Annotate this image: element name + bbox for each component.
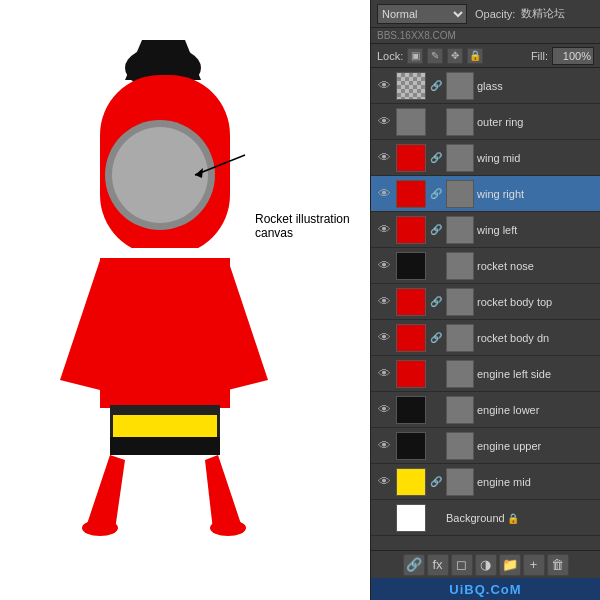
layer-row[interactable]: 👁🔗engine mid xyxy=(371,464,600,500)
layer-name-label: outer ring xyxy=(477,116,596,128)
lock-checkerboard-icon[interactable]: ▣ xyxy=(407,48,423,64)
layer-row[interactable]: 👁🔗wing left xyxy=(371,212,600,248)
layer-thumbnail-mask xyxy=(446,180,474,208)
wing-annotation: Rocket illustration canvas xyxy=(255,212,370,240)
panel-top-bar: NormalDissolveMultiplyScreenOverlaySoft … xyxy=(371,0,600,28)
svg-rect-11 xyxy=(110,437,220,455)
layer-thumbnail-main xyxy=(396,468,426,496)
layer-row[interactable]: 👁rocket nose xyxy=(371,248,600,284)
svg-marker-7 xyxy=(60,260,100,390)
layer-name-label: rocket body dn xyxy=(477,332,596,344)
layer-thumbnail-main xyxy=(396,504,426,532)
layer-link-icon[interactable]: 🔗 xyxy=(429,223,443,237)
svg-point-14 xyxy=(82,520,118,536)
layer-name-label: engine left side xyxy=(477,368,596,380)
link-layers-button[interactable]: 🔗 xyxy=(403,554,425,576)
layer-thumbnail-mask xyxy=(446,72,474,100)
lock-pencil-icon[interactable]: ✎ xyxy=(427,48,443,64)
layer-thumbnail-mask xyxy=(446,108,474,136)
layer-thumbnail-mask xyxy=(446,216,474,244)
layer-link-icon[interactable] xyxy=(429,259,443,273)
eye-visibility-icon[interactable]: 👁 xyxy=(375,293,393,311)
eye-visibility-icon[interactable]: 👁 xyxy=(375,77,393,95)
group-button[interactable]: 📁 xyxy=(499,554,521,576)
eye-visibility-icon[interactable]: 👁 xyxy=(375,149,393,167)
layer-thumbnail-main xyxy=(396,144,426,172)
layer-link-icon[interactable] xyxy=(429,439,443,453)
layer-link-icon[interactable]: 🔗 xyxy=(429,295,443,309)
mask-button[interactable]: ◻ xyxy=(451,554,473,576)
lock-all-icon[interactable]: 🔒 xyxy=(467,48,483,64)
layer-thumbnail-main xyxy=(396,288,426,316)
svg-marker-12 xyxy=(85,455,125,530)
layer-link-icon[interactable] xyxy=(429,115,443,129)
layer-thumbnail-main xyxy=(396,396,426,424)
site-label: BBS.16XX8.COM xyxy=(377,30,456,41)
lock-label: Lock: xyxy=(377,50,403,62)
panel-bottom-bar: 🔗 fx ◻ ◑ 📁 + 🗑 xyxy=(371,550,600,578)
layer-thumbnail-mask xyxy=(446,396,474,424)
layer-link-icon[interactable] xyxy=(429,367,443,381)
new-layer-button[interactable]: + xyxy=(523,554,545,576)
svg-rect-6 xyxy=(100,258,230,408)
svg-marker-13 xyxy=(205,455,243,530)
layer-link-icon[interactable] xyxy=(429,403,443,417)
layer-row[interactable]: 👁🔗rocket body top xyxy=(371,284,600,320)
eye-visibility-icon[interactable]: 👁 xyxy=(375,221,393,239)
delete-layer-button[interactable]: 🗑 xyxy=(547,554,569,576)
layer-name-label: engine lower xyxy=(477,404,596,416)
layer-thumbnail-main xyxy=(396,252,426,280)
eye-visibility-icon[interactable]: 👁 xyxy=(375,185,393,203)
svg-marker-8 xyxy=(228,260,268,390)
eye-visibility-icon[interactable]: 👁 xyxy=(375,113,393,131)
layer-name-label: glass xyxy=(477,80,596,92)
eye-visibility-icon[interactable]: 👁 xyxy=(375,437,393,455)
layer-thumbnail-main xyxy=(396,360,426,388)
layers-panel: NormalDissolveMultiplyScreenOverlaySoft … xyxy=(370,0,600,600)
layer-row[interactable]: Background 🔒 xyxy=(371,500,600,536)
layer-name-label: wing mid xyxy=(477,152,596,164)
watermark-bar: UiBQ.CoM xyxy=(371,578,600,600)
layer-link-icon[interactable]: 🔗 xyxy=(429,331,443,345)
layer-link-icon[interactable]: 🔗 xyxy=(429,187,443,201)
svg-marker-1 xyxy=(125,40,201,80)
blend-mode-select[interactable]: NormalDissolveMultiplyScreenOverlaySoft … xyxy=(377,4,467,24)
layer-thumbnail-main xyxy=(396,180,426,208)
layer-link-icon[interactable]: 🔗 xyxy=(429,151,443,165)
eye-visibility-icon[interactable]: 👁 xyxy=(375,473,393,491)
layer-thumbnail-main xyxy=(396,432,426,460)
layer-name-label: rocket nose xyxy=(477,260,596,272)
layer-row[interactable]: 👁engine lower xyxy=(371,392,600,428)
layer-name-label: wing left xyxy=(477,224,596,236)
fx-button[interactable]: fx xyxy=(427,554,449,576)
layer-thumbnail-mask xyxy=(446,144,474,172)
layer-name-label: rocket body top xyxy=(477,296,596,308)
eye-visibility-icon[interactable] xyxy=(375,509,393,527)
layer-link-icon[interactable] xyxy=(429,511,443,525)
fill-input[interactable] xyxy=(552,47,594,65)
layer-link-icon[interactable]: 🔗 xyxy=(429,475,443,489)
layer-row[interactable]: 👁engine left side xyxy=(371,356,600,392)
eye-visibility-icon[interactable]: 👁 xyxy=(375,329,393,347)
layer-row[interactable]: 👁🔗wing mid xyxy=(371,140,600,176)
lock-row: Lock: ▣ ✎ ✥ 🔒 Fill: xyxy=(371,44,600,68)
layer-row[interactable]: 👁🔗glass xyxy=(371,68,600,104)
layer-link-icon[interactable]: 🔗 xyxy=(429,79,443,93)
layer-row[interactable]: 👁engine upper xyxy=(371,428,600,464)
lock-move-icon[interactable]: ✥ xyxy=(447,48,463,64)
rocket-svg xyxy=(0,0,370,600)
svg-rect-10 xyxy=(113,415,217,437)
layer-thumbnail-main xyxy=(396,324,426,352)
eye-visibility-icon[interactable]: 👁 xyxy=(375,257,393,275)
canvas-area: Rocket illustration canvas xyxy=(0,0,370,600)
layer-row[interactable]: 👁🔗wing right xyxy=(371,176,600,212)
adjustment-button[interactable]: ◑ xyxy=(475,554,497,576)
layer-name-label: wing right xyxy=(477,188,596,200)
eye-visibility-icon[interactable]: 👁 xyxy=(375,365,393,383)
layers-list: 👁🔗glass👁outer ring👁🔗wing mid👁🔗wing right… xyxy=(371,68,600,550)
opacity-label: Opacity: xyxy=(475,8,515,20)
layer-row[interactable]: 👁🔗rocket body dn xyxy=(371,320,600,356)
layer-row[interactable]: 👁outer ring xyxy=(371,104,600,140)
eye-visibility-icon[interactable]: 👁 xyxy=(375,401,393,419)
layer-thumbnail-main xyxy=(396,216,426,244)
